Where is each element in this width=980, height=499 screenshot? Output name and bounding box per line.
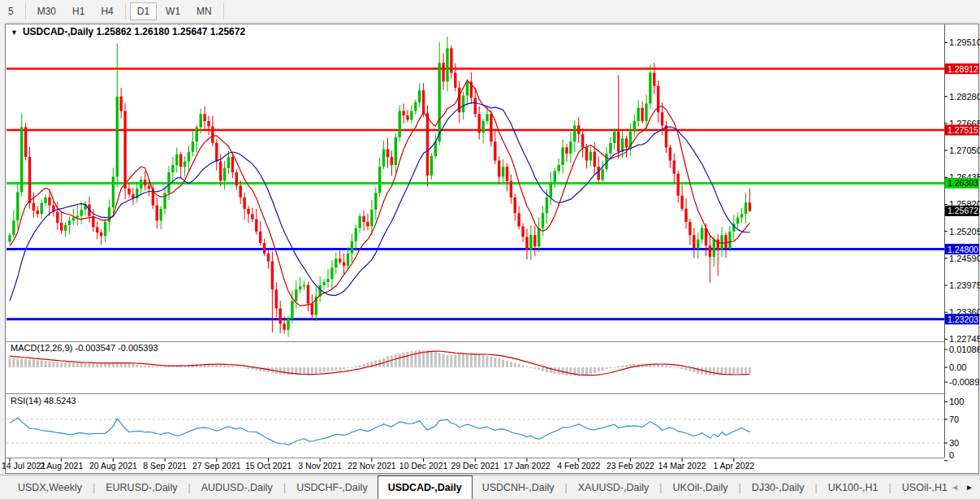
tab-scroll-right-icon[interactable]: ► (965, 483, 974, 492)
tab-dj30-daily[interactable]: DJ30-,Daily (742, 478, 814, 497)
timeframe-button-d1[interactable]: D1 (130, 2, 157, 20)
svg-text:1.25205: 1.25205 (949, 227, 980, 236)
svg-text:1 Apr 2022: 1 Apr 2022 (713, 461, 754, 471)
tab-usdx-weekly[interactable]: USDX,Weekly (8, 478, 92, 497)
svg-text:▼USDCAD-,Daily 1.25862 1.2618: ▼USDCAD-,Daily 1.25862 1.26180 1.25647 1… (11, 26, 245, 37)
svg-text:0: 0 (949, 450, 954, 460)
timeframe-button-mn[interactable]: MN (189, 2, 219, 20)
tab-usdcnh-daily[interactable]: USDCNH-,Daily (473, 478, 564, 497)
tab-xauusd-daily[interactable]: XAUUSD-,Daily (568, 478, 659, 497)
svg-text:30: 30 (949, 438, 959, 448)
svg-text:1.26303: 1.26303 (948, 178, 978, 188)
tab-eurusd-daily[interactable]: EURUSD-,Daily (96, 478, 187, 497)
svg-text:14 Mar 2022: 14 Mar 2022 (658, 461, 706, 471)
rsi-label: RSI(14) 48.5243 (11, 396, 76, 406)
timeframe-button-w1[interactable]: W1 (158, 2, 188, 20)
svg-text:1.28280: 1.28280 (949, 92, 980, 102)
svg-text:1.29510: 1.29510 (949, 37, 980, 47)
svg-text:70: 70 (949, 414, 959, 424)
svg-text:1.24800: 1.24800 (948, 245, 978, 254)
svg-text:4 Feb 2022: 4 Feb 2022 (557, 461, 600, 471)
svg-text:20 Aug 2021: 20 Aug 2021 (89, 461, 137, 471)
timeframe-button-h4[interactable]: H4 (93, 2, 120, 20)
svg-text:17 Jan 2022: 17 Jan 2022 (503, 461, 550, 471)
tab-audusd-daily[interactable]: AUDUSD-,Daily (192, 478, 283, 497)
svg-text:22 Nov 2021: 22 Nov 2021 (348, 461, 396, 471)
svg-text:0.00: 0.00 (949, 362, 966, 372)
timeframe-toolbar: 5M30H1H4D1W1MN (0, 0, 980, 23)
tab-ukoil-daily[interactable]: UKOil-,Daily (663, 478, 738, 497)
timeframe-button-h1[interactable]: H1 (65, 2, 92, 20)
svg-text:3 Nov 2021: 3 Nov 2021 (298, 461, 342, 471)
tab-scroll-left-icon[interactable]: ◄ (951, 483, 959, 492)
tab-usoil-h1[interactable]: USOil-,H1 (892, 478, 948, 497)
tab-scroll-arrows: ◄ ► (948, 483, 980, 492)
tab-usdchf-daily[interactable]: USDCHF-,Daily (287, 478, 378, 497)
svg-text:100: 100 (949, 397, 964, 406)
svg-text:1.28912: 1.28912 (948, 64, 978, 74)
svg-text:-0.00897: -0.00897 (949, 377, 980, 387)
macd-label: MACD(12,26,9) -0.003547 -0.005393 (11, 343, 158, 353)
tab-uk100-h1[interactable]: UK100-,H1 (818, 478, 888, 497)
svg-text:8 Sep 2021: 8 Sep 2021 (143, 461, 187, 471)
symbol-tab-bar: USDX,Weekly|EURUSD-,Daily|AUDUSD-,Daily|… (0, 475, 980, 499)
chart-title: ▼USDCAD-,Daily 1.25862 1.26180 1.25647 1… (11, 26, 245, 37)
svg-text:1.27515: 1.27515 (948, 125, 978, 135)
svg-text:1.27050: 1.27050 (949, 145, 980, 155)
tab-usdcad-daily[interactable]: USDCAD-,Daily (378, 475, 473, 499)
chart-window: ▼USDCAD-,Daily 1.25862 1.26180 1.25647 1… (0, 23, 980, 475)
symbol-tabs: USDX,Weekly|EURUSD-,Daily|AUDUSD-,Daily|… (0, 475, 948, 499)
svg-text:10 Dec 2021: 10 Dec 2021 (399, 461, 448, 471)
date-axis[interactable]: 14 Jul 20212 Aug 202120 Aug 20218 Sep 20… (2, 458, 754, 471)
svg-text:15 Oct 2021: 15 Oct 2021 (245, 461, 291, 471)
svg-text:1.25672: 1.25672 (948, 206, 978, 215)
timeframe-button-5[interactable]: 5 (1, 2, 21, 20)
timeframe-button-m30[interactable]: M30 (30, 2, 63, 20)
svg-text:1.23203: 1.23203 (948, 315, 978, 324)
svg-text:0.010869: 0.010869 (949, 345, 980, 354)
svg-text:29 Dec 2021: 29 Dec 2021 (451, 461, 500, 471)
toolbar-separator (125, 3, 126, 20)
svg-text:27 Sep 2021: 27 Sep 2021 (192, 461, 241, 471)
svg-text:1.23975: 1.23975 (949, 280, 980, 290)
toolbar-separator (223, 3, 224, 20)
svg-text:1.22745: 1.22745 (949, 334, 980, 344)
svg-text:23 Feb 2022: 23 Feb 2022 (607, 461, 654, 471)
toolbar-separator (25, 3, 26, 20)
svg-text:1.24590: 1.24590 (949, 254, 980, 263)
svg-text:2 Aug 2021: 2 Aug 2021 (40, 461, 83, 471)
